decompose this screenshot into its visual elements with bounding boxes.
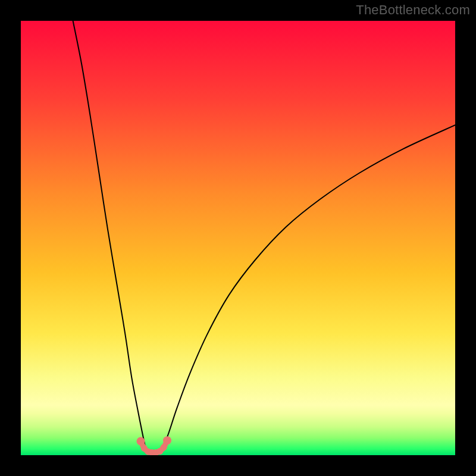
watermark-text: TheBottleneck.com — [356, 2, 470, 18]
gradient-background — [21, 21, 455, 455]
chart-frame: TheBottleneck.com — [0, 0, 476, 476]
plot-area — [21, 21, 455, 455]
